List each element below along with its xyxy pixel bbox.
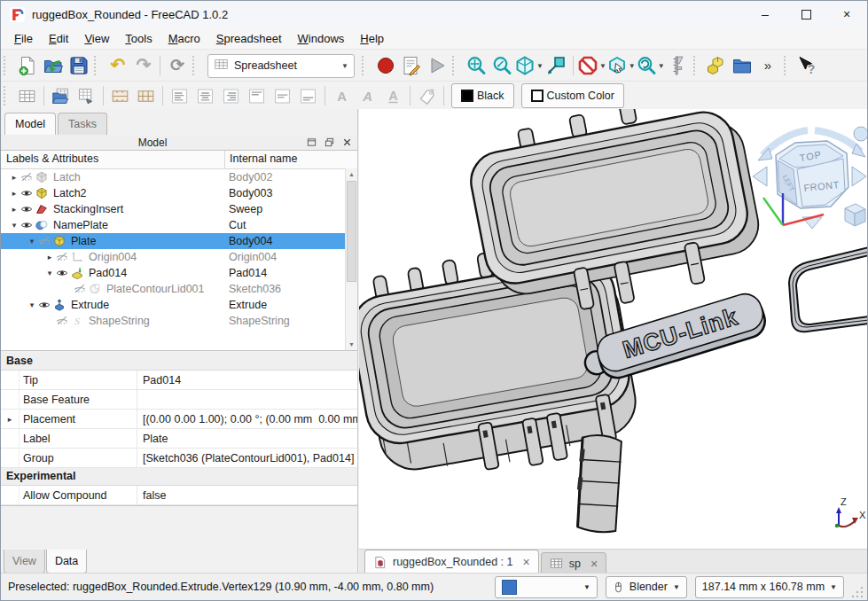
menu-windows[interactable]: Windows xyxy=(290,29,353,48)
view-isometric-button[interactable]: ▼ xyxy=(514,53,543,78)
expander-icon[interactable]: ▾ xyxy=(8,221,20,230)
tab-model[interactable]: Model xyxy=(4,113,56,135)
tab-tasks[interactable]: Tasks xyxy=(58,113,107,135)
scroll-down-icon[interactable]: ▼ xyxy=(346,339,357,350)
panel-close-button[interactable] xyxy=(340,137,354,149)
sheet-export-button[interactable] xyxy=(74,83,99,108)
property-row[interactable]: ▸Placement[(0.00 0.00 1.00); 0.00 °; (0.… xyxy=(1,410,357,429)
maximize-button[interactable] xyxy=(786,1,826,27)
visibility-off-icon[interactable] xyxy=(38,235,53,248)
property-value[interactable]: Pad014 xyxy=(137,374,357,386)
split-cells-button[interactable] xyxy=(133,83,159,108)
menu-edit[interactable]: Edit xyxy=(41,29,76,48)
scrollbar-thumb[interactable] xyxy=(347,181,356,282)
panel-dock-button[interactable] xyxy=(304,137,318,149)
property-row[interactable]: TipPad014 xyxy=(1,371,357,390)
style-selector[interactable]: ▼ xyxy=(495,576,598,598)
whats-this-button[interactable]: ? xyxy=(794,53,820,78)
font-bold-button[interactable]: A xyxy=(329,83,355,108)
resize-grip[interactable] xyxy=(852,585,864,597)
close-tab-icon[interactable]: × xyxy=(523,555,530,569)
fit-all-button[interactable] xyxy=(463,53,489,78)
property-row[interactable]: Group[Sketch036 (PlateContourLid001), Pa… xyxy=(1,449,357,468)
alias-button[interactable] xyxy=(414,83,440,108)
align-center-button[interactable] xyxy=(192,83,218,108)
property-value[interactable]: Plate xyxy=(137,433,357,445)
align-bottom-button[interactable] xyxy=(295,83,321,108)
font-underline-button[interactable]: A xyxy=(380,83,406,108)
visibility-on-icon[interactable] xyxy=(56,267,71,280)
close-button[interactable]: × xyxy=(826,1,867,27)
tree-row[interactable]: ▾PlateBody004 xyxy=(1,233,357,249)
rotate-view-button[interactable]: ▼ xyxy=(636,53,665,78)
align-middle-button[interactable] xyxy=(270,83,295,108)
expander-icon[interactable]: ▸ xyxy=(43,253,56,261)
expander-icon[interactable]: ▸ xyxy=(8,205,20,214)
group-folder-button[interactable] xyxy=(730,53,755,78)
align-top-button[interactable] xyxy=(244,83,270,108)
tree-row[interactable]: ▸Latch2Body003 xyxy=(1,185,353,201)
visibility-on-icon[interactable] xyxy=(20,219,35,232)
visibility-on-icon[interactable] xyxy=(20,203,35,216)
menu-tools[interactable]: Tools xyxy=(117,29,160,48)
visibility-off-icon[interactable] xyxy=(74,283,89,296)
redo-button[interactable]: ↷ xyxy=(130,53,156,78)
sheet-open-button[interactable] xyxy=(48,83,74,108)
expander-icon[interactable]: ▾ xyxy=(26,300,38,309)
tree-row[interactable]: ▸StackingInsertSweep xyxy=(1,201,353,217)
seal-frame-part[interactable] xyxy=(789,247,868,332)
macro-edit-button[interactable] xyxy=(398,53,424,78)
document-tab[interactable]: sp× xyxy=(541,552,606,574)
property-row[interactable]: LabelPlate xyxy=(1,429,357,449)
tree-row[interactable]: PlateContourLid001Sketch036 xyxy=(1,281,357,297)
menu-help[interactable]: Help xyxy=(352,29,392,48)
expander-icon[interactable]: ▾ xyxy=(26,237,38,246)
merge-cells-button[interactable] xyxy=(107,83,133,108)
property-group-experimental[interactable]: Experimental xyxy=(1,468,357,486)
strap-part[interactable] xyxy=(572,433,625,534)
align-right-button[interactable] xyxy=(218,83,244,108)
open-file-button[interactable] xyxy=(40,53,66,78)
menu-macro[interactable]: Macro xyxy=(160,29,208,48)
refresh-button[interactable]: ⟳ xyxy=(164,53,190,78)
macro-run-button[interactable] xyxy=(424,53,450,78)
document-tab[interactable]: ruggedBox_Rounded : 1× xyxy=(364,550,539,574)
property-row[interactable]: Base Feature xyxy=(1,390,357,410)
overflow-button[interactable]: » xyxy=(755,53,781,78)
view-dimensions-selector[interactable]: 187.14 mm x 160.78 mm ▼ xyxy=(695,576,844,598)
macro-record-button[interactable] xyxy=(372,53,398,78)
close-tab-icon[interactable]: × xyxy=(590,557,598,571)
fit-selection-button[interactable] xyxy=(489,53,514,78)
property-value[interactable]: [(0.00 0.00 1.00); 0.00 °; (0.00 mm 0.00… xyxy=(137,413,357,425)
expander-icon[interactable]: ▾ xyxy=(43,269,56,277)
undo-button[interactable]: ↶ xyxy=(105,53,130,78)
sheet-button[interactable] xyxy=(14,83,40,108)
custom-color-button[interactable]: Custom Color xyxy=(521,83,624,108)
visibility-off-icon[interactable] xyxy=(56,315,71,328)
view-box-button[interactable]: ▼ xyxy=(606,53,636,78)
menu-file[interactable]: File xyxy=(6,29,41,48)
part-workbench-button[interactable] xyxy=(704,53,730,78)
workbench-selector[interactable]: Spreadsheet▼ xyxy=(207,54,355,78)
expander-icon[interactable]: ▸ xyxy=(8,173,20,182)
font-italic-button[interactable]: A xyxy=(355,83,380,108)
property-value[interactable]: false xyxy=(137,489,357,502)
tree-row[interactable]: ▸Origin004Origin004 xyxy=(1,249,357,265)
property-group-base[interactable]: Base xyxy=(1,353,357,371)
navigation-style-selector[interactable]: Blender ▼ xyxy=(606,576,687,598)
expander-icon[interactable]: ▸ xyxy=(1,410,20,428)
panel-float-button[interactable] xyxy=(322,137,336,149)
tree-scrollbar[interactable]: ▲ ▼ xyxy=(345,168,357,350)
tree-row[interactable]: ▾ExtrudeExtrude xyxy=(1,297,357,313)
navcube-left-arrow[interactable] xyxy=(753,167,767,186)
align-left-button[interactable] xyxy=(167,83,192,108)
tree-column-internal[interactable]: Internal name xyxy=(225,151,357,168)
visibility-off-icon[interactable] xyxy=(56,251,71,264)
measure-button[interactable] xyxy=(665,53,691,78)
minimize-button[interactable]: – xyxy=(745,1,786,27)
scroll-up-icon[interactable]: ▲ xyxy=(346,168,357,180)
tree-column-labels[interactable]: Labels & Attributes xyxy=(1,151,225,168)
black-color-button[interactable]: Black xyxy=(451,83,514,108)
expander-icon[interactable]: ▸ xyxy=(8,189,20,198)
navcube-mini-cube[interactable] xyxy=(845,204,865,226)
